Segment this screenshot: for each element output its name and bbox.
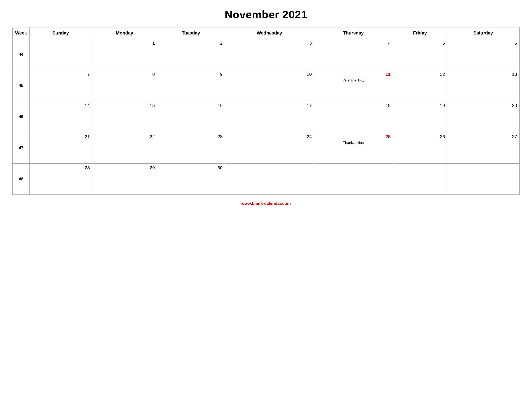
holiday-name: Thanksgiving	[316, 141, 390, 145]
day-cell: 10	[225, 70, 314, 101]
day-cell: 4	[314, 39, 393, 70]
footer: www.blank-calendar.com	[241, 201, 291, 206]
day-cell: 16	[157, 101, 225, 132]
day-number: 21	[32, 134, 90, 139]
day-number: 22	[94, 134, 155, 139]
table-row: 4614151617181920	[13, 101, 519, 132]
day-number: 9	[159, 72, 223, 77]
col-header-thursday: Thursday	[314, 27, 393, 39]
day-cell: 11Veterans' Day	[314, 70, 393, 101]
day-number: 10	[227, 72, 312, 77]
day-cell: 2	[157, 39, 225, 70]
table-row: 472122232425Thanksgiving2627	[13, 132, 519, 163]
day-number: 20	[449, 103, 517, 108]
week-number: 47	[13, 132, 29, 163]
day-cell: 29	[92, 163, 157, 195]
day-number: 12	[395, 72, 445, 77]
day-number: 15	[94, 103, 155, 108]
day-cell: 13	[447, 70, 519, 101]
col-header-wednesday: Wednesday	[225, 27, 314, 39]
day-cell	[393, 163, 447, 195]
day-cell	[225, 163, 314, 195]
day-number: 11	[316, 72, 390, 77]
day-number: 7	[32, 72, 90, 77]
day-number: 23	[159, 134, 223, 139]
day-number: 2	[159, 40, 223, 46]
day-cell: 19	[393, 101, 447, 132]
day-cell: 28	[29, 163, 92, 195]
day-number: 14	[32, 103, 90, 108]
week-number: 48	[13, 163, 29, 195]
day-cell: 9	[157, 70, 225, 101]
table-row: 48282930	[13, 163, 519, 195]
day-number: 3	[227, 40, 312, 46]
col-header-week: Week	[13, 27, 29, 39]
day-cell: 25Thanksgiving	[314, 132, 393, 163]
day-number: 1	[94, 40, 155, 46]
calendar-table: Week Sunday Monday Tuesday Wednesday Thu…	[12, 27, 520, 195]
day-number: 8	[94, 72, 155, 77]
day-cell: 14	[29, 101, 92, 132]
day-cell	[447, 163, 519, 195]
day-number: 4	[316, 40, 390, 46]
week-number: 45	[13, 70, 29, 101]
day-number: 16	[159, 103, 223, 108]
day-cell: 20	[447, 101, 519, 132]
day-number: 6	[449, 40, 517, 46]
col-header-friday: Friday	[393, 27, 447, 39]
col-header-sunday: Sunday	[29, 27, 92, 39]
day-number: 28	[32, 165, 90, 171]
day-cell: 15	[92, 101, 157, 132]
footer-link[interactable]: www.blank-calendar.com	[241, 201, 291, 206]
page-title: November 2021	[225, 8, 307, 21]
day-cell: 21	[29, 132, 92, 163]
day-cell: 27	[447, 132, 519, 163]
day-cell	[29, 39, 92, 70]
week-number: 46	[13, 101, 29, 132]
day-number: 19	[395, 103, 445, 108]
day-cell: 24	[225, 132, 314, 163]
day-cell: 6	[447, 39, 519, 70]
day-number: 17	[227, 103, 312, 108]
day-number: 29	[94, 165, 155, 171]
day-cell	[314, 163, 393, 195]
day-number: 30	[159, 165, 223, 171]
day-cell: 5	[393, 39, 447, 70]
week-number: 44	[13, 39, 29, 70]
day-cell: 1	[92, 39, 157, 70]
day-cell: 8	[92, 70, 157, 101]
table-row: 44123456	[13, 39, 519, 70]
day-number: 5	[395, 40, 445, 46]
day-number: 27	[449, 134, 517, 139]
day-cell: 30	[157, 163, 225, 195]
holiday-name: Veterans' Day	[316, 78, 390, 83]
col-header-tuesday: Tuesday	[157, 27, 225, 39]
header-row: Week Sunday Monday Tuesday Wednesday Thu…	[13, 27, 519, 39]
day-cell: 18	[314, 101, 393, 132]
table-row: 457891011Veterans' Day1213	[13, 70, 519, 101]
day-cell: 22	[92, 132, 157, 163]
day-cell: 26	[393, 132, 447, 163]
day-number: 18	[316, 103, 390, 108]
day-number: 25	[316, 134, 390, 139]
day-number: 13	[449, 72, 517, 77]
day-cell: 3	[225, 39, 314, 70]
col-header-monday: Monday	[92, 27, 157, 39]
day-cell: 17	[225, 101, 314, 132]
day-number: 24	[227, 134, 312, 139]
col-header-saturday: Saturday	[447, 27, 519, 39]
day-cell: 12	[393, 70, 447, 101]
day-cell: 7	[29, 70, 92, 101]
day-number: 26	[395, 134, 445, 139]
day-cell: 23	[157, 132, 225, 163]
